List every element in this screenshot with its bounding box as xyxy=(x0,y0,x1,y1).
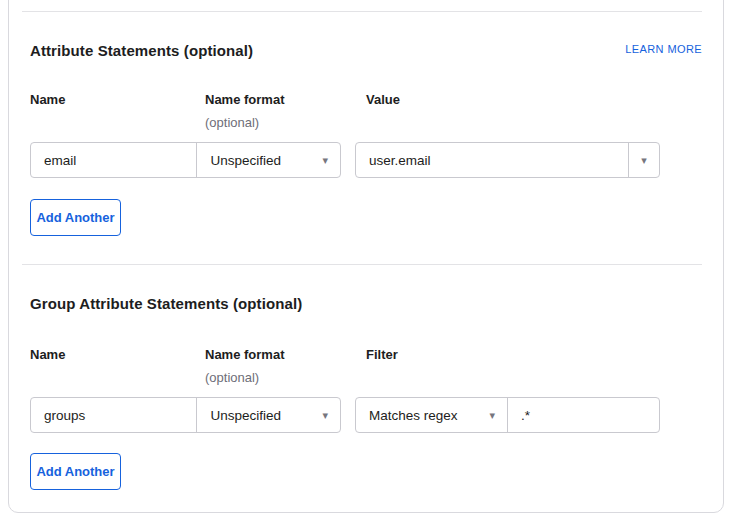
group-filter-type-select[interactable]: Matches regex ▾ xyxy=(356,398,507,432)
group-name-column-header: Name xyxy=(30,347,65,362)
group-name-cell xyxy=(31,398,196,432)
attribute-statements-heading: Attribute Statements (optional) xyxy=(30,42,253,59)
attribute-value-cell xyxy=(356,143,628,177)
attribute-name-cell xyxy=(31,143,196,177)
filter-column-header: Filter xyxy=(366,347,398,362)
name-column-header: Name xyxy=(30,92,65,107)
group-attribute-statements-heading: Group Attribute Statements (optional) xyxy=(30,295,302,312)
group-filter-type-selected-value: Matches regex xyxy=(356,408,489,423)
learn-more-link[interactable]: LEARN MORE xyxy=(625,43,702,55)
attribute-name-input[interactable] xyxy=(31,143,196,177)
group-name-format-column-header: Name format xyxy=(205,347,284,362)
form-card xyxy=(8,0,724,513)
attribute-name-format-select[interactable]: Unspecified ▾ xyxy=(196,143,340,177)
section-divider xyxy=(22,11,702,12)
group-name-format-select[interactable]: Unspecified ▾ xyxy=(196,398,340,432)
name-format-column-header: Name format xyxy=(205,92,284,107)
attribute-value-dropdown-button[interactable]: ▾ xyxy=(628,143,659,177)
attribute-value-combo: ▾ xyxy=(355,142,660,178)
chevron-down-icon: ▾ xyxy=(322,410,340,421)
group-filter-value-input[interactable] xyxy=(508,398,659,432)
attribute-name-format-selected-value: Unspecified xyxy=(197,153,322,168)
group-row-name-group: Unspecified ▾ xyxy=(30,397,341,433)
group-name-format-optional-label: (optional) xyxy=(205,370,259,385)
section-divider xyxy=(22,264,702,265)
group-name-format-selected-value: Unspecified xyxy=(197,408,322,423)
group-filter-value-cell xyxy=(507,398,659,432)
chevron-down-icon: ▾ xyxy=(322,155,340,166)
chevron-down-icon: ▾ xyxy=(641,155,647,166)
saml-settings-page: Attribute Statements (optional) LEARN MO… xyxy=(0,0,737,530)
attribute-value-input[interactable] xyxy=(356,143,628,177)
add-another-group-attribute-button[interactable]: Add Another xyxy=(30,453,121,490)
group-filter-combo: Matches regex ▾ xyxy=(355,397,660,433)
add-another-attribute-button[interactable]: Add Another xyxy=(30,199,121,236)
group-name-input[interactable] xyxy=(31,398,196,432)
name-format-optional-label: (optional) xyxy=(205,115,259,130)
attribute-row-name-group: Unspecified ▾ xyxy=(30,142,341,178)
chevron-down-icon: ▾ xyxy=(489,410,507,421)
value-column-header: Value xyxy=(366,92,400,107)
